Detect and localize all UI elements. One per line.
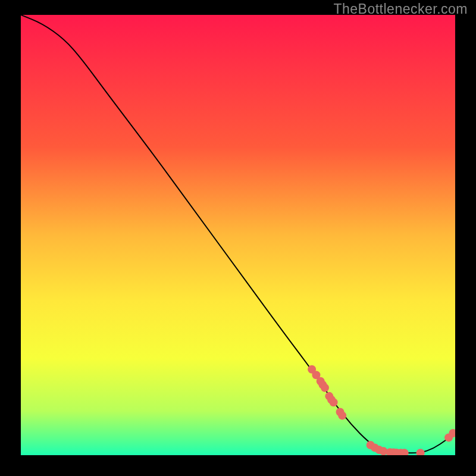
data-point xyxy=(330,398,338,406)
data-point xyxy=(338,411,346,419)
watermark-label: TheBottlenecker.com xyxy=(333,1,468,17)
gradient-background xyxy=(21,15,455,455)
data-point xyxy=(321,384,329,392)
plot-area xyxy=(21,15,455,455)
chart-container: TheBottlenecker.com xyxy=(0,0,476,476)
chart-svg xyxy=(21,15,455,455)
